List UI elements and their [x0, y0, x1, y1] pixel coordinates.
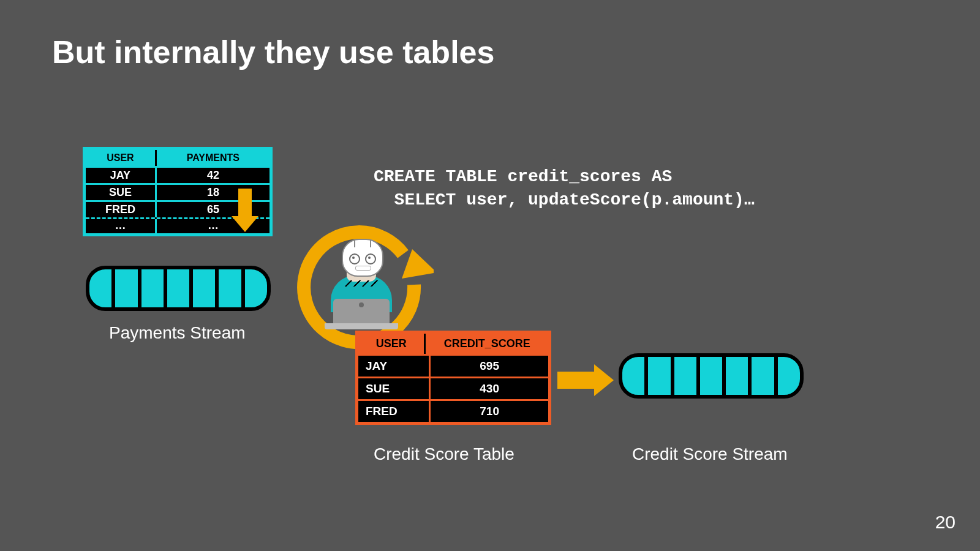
payments-table-header: USER PAYMENTS [86, 150, 270, 166]
payments-stream-label: Payments Stream [109, 323, 246, 343]
arrow-right-icon [557, 364, 614, 396]
table-row: FRED 710 [358, 399, 548, 422]
table-row: SUE 430 [358, 377, 548, 399]
credit-score-table: USER CREDIT_SCORE JAY 695 SUE 430 FRED 7… [355, 331, 551, 425]
cell-user: SUE [358, 378, 431, 399]
cell-user: FRED [86, 202, 157, 217]
cell-score: 430 [431, 378, 548, 399]
page-number: 20 [935, 512, 956, 533]
cell-score: 695 [431, 356, 548, 377]
credit-table-header: USER CREDIT_SCORE [358, 334, 548, 354]
header-payments: PAYMENTS [157, 150, 270, 166]
header-user: USER [86, 150, 157, 166]
svg-marker-0 [402, 249, 434, 279]
cell-user: FRED [358, 401, 431, 422]
cell-ellipsis: … [86, 219, 157, 233]
cell-user: JAY [86, 168, 157, 183]
cell-user: JAY [358, 356, 431, 377]
payments-stream-icon [86, 266, 271, 311]
header-score: CREDIT_SCORE [426, 334, 548, 354]
cell-user: SUE [86, 185, 157, 200]
code-line-2: SELECT user, updateScore(p.amount)… [374, 190, 755, 209]
cell-payments: 42 [157, 168, 270, 183]
slide: But internally they use tables CREATE TA… [0, 0, 980, 551]
sql-code: CREATE TABLE credit_scores AS SELECT use… [374, 165, 755, 212]
cell-score: 710 [431, 401, 548, 422]
arrow-down-icon [232, 189, 258, 232]
table-row: JAY 695 [358, 354, 548, 377]
credit-table-label: Credit Score Table [374, 444, 514, 464]
header-user: USER [358, 334, 426, 354]
code-line-1: CREATE TABLE credit_scores AS [374, 167, 672, 186]
table-row: JAY 42 [86, 166, 270, 183]
slide-title: But internally they use tables [52, 34, 494, 70]
robot-user-icon [318, 233, 404, 331]
credit-stream-label: Credit Score Stream [632, 444, 788, 464]
credit-score-stream-icon [619, 353, 804, 399]
